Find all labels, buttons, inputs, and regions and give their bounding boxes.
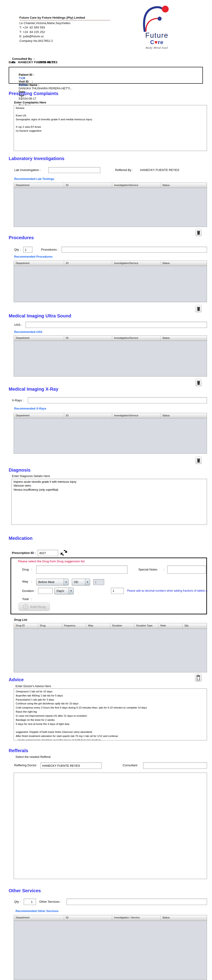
column-header: Department <box>14 183 64 188</box>
procedures-input[interactable] <box>61 247 207 253</box>
consulted-by-label: Consulted By : <box>12 57 35 60</box>
date-row: Date : 2024-06-17 <box>9 60 55 64</box>
company-phone2: T: +24 84 225 252 <box>19 30 117 34</box>
company-address: Le Chainter,Victoria,Mahe,Seychelles <box>19 21 117 25</box>
recommended-procedures-link: Recommended Procedures <box>14 255 53 258</box>
advice-textarea[interactable] <box>14 689 207 740</box>
meal-time-value: Before Meal <box>37 579 64 585</box>
trash-icon <box>197 458 201 463</box>
presenting-complaints-title: Presenting Complaints <box>9 91 58 96</box>
advice-title: Advice <box>9 677 24 682</box>
delete-advice-button[interactable] <box>195 673 202 682</box>
referring-doctor-input[interactable] <box>40 762 102 769</box>
prescription-id-label: Prescription ID : <box>12 551 35 555</box>
xray-table-header: Department ID Investigation/Service Stat… <box>14 413 207 418</box>
chevron-down-icon: ▼ <box>85 579 90 585</box>
refferals-title: Refferals <box>9 748 28 753</box>
advice-subtitle: Enter Doctor's Advice Here <box>16 684 51 688</box>
other-qty-input[interactable] <box>24 899 36 905</box>
consultant-label: Consultant <box>123 764 138 767</box>
refferals-list-box[interactable] <box>14 773 207 879</box>
other-services-table: Department ID Investigation / Service St… <box>14 915 207 980</box>
uss-title: Medical Imaging Ultra Sound <box>9 313 71 318</box>
lab-table-body[interactable] <box>14 188 207 227</box>
refferals-subtitle: Select the needed Refferal <box>16 755 51 759</box>
delete-lab-button[interactable] <box>195 229 202 236</box>
uss-input[interactable] <box>26 322 207 328</box>
drug-entry-panel: Please select the Drug from Drug suggess… <box>11 558 207 614</box>
refresh-prescription-button[interactable] <box>60 549 67 557</box>
duration-type-select[interactable]: Day/s ▼ <box>55 587 74 594</box>
other-table-body[interactable] <box>14 921 207 980</box>
complaints-subtitle: Enter Complaints Here <box>14 101 46 104</box>
column-header: Drug ID <box>14 623 38 629</box>
drug-input[interactable] <box>36 565 127 574</box>
way-qty-input[interactable] <box>93 579 104 585</box>
way-label: Way <box>22 580 28 583</box>
column-header: Department <box>14 261 64 266</box>
complaints-textarea[interactable] <box>14 105 207 151</box>
column-header: Fequency <box>62 623 87 629</box>
column-header: Way <box>86 623 110 629</box>
delete-xray-button[interactable] <box>195 457 202 464</box>
uss-field-label: USS : <box>14 323 22 326</box>
lab-investigation-input[interactable] <box>48 167 100 173</box>
xray-input[interactable] <box>28 397 207 403</box>
lab-table-header: Department ID Investigation/Service Stat… <box>14 183 207 188</box>
chevron-down-icon: ▼ <box>64 579 68 585</box>
duration-input[interactable] <box>38 588 53 594</box>
duration-label: Duration : <box>22 589 35 593</box>
column-header: Investigation/Service <box>112 261 161 266</box>
column-header: ID <box>64 336 112 340</box>
logo-care-c: C <box>150 39 154 45</box>
column-header: Department <box>14 915 64 921</box>
recommended-other-link: Recommended Other Services <box>16 909 59 913</box>
duration-type-value: Day/s <box>55 588 69 594</box>
way-colon: : <box>31 580 32 583</box>
drug-list-table: Drug ID Drug Fequency Way Duration Durat… <box>14 623 207 672</box>
total-label: Total <box>22 597 29 601</box>
plus-icon: + <box>23 604 28 609</box>
procedures-field-label: Procedures : <box>41 248 59 251</box>
column-header: Duration Type <box>135 623 159 629</box>
drug-list-body[interactable] <box>14 629 207 672</box>
add-drug-button[interactable]: + Add Drug <box>18 602 50 611</box>
patient-row-2: Visit ID : 13718 Date : 2024-06-17 <box>14 76 36 104</box>
delete-procedures-button[interactable] <box>195 305 202 312</box>
special-notes-colon: : <box>164 568 164 571</box>
heart-icon: ♥ <box>154 39 158 45</box>
prescription-id-input[interactable] <box>38 550 58 556</box>
other-field-label: Other Services : <box>39 900 61 904</box>
uss-table: Department ID Investigation/Service Stat… <box>14 336 207 377</box>
dose-input[interactable] <box>111 588 124 594</box>
special-notes-input[interactable] <box>167 565 206 574</box>
fraction-helper-text: Please add as decimal numbers when addin… <box>127 589 207 592</box>
company-phone1: T: +24 82 593 593 <box>19 26 117 29</box>
delete-uss-button[interactable] <box>195 379 202 386</box>
column-header: Status <box>161 261 207 266</box>
other-services-input[interactable] <box>67 899 207 905</box>
logo-care-text: C♥re <box>134 39 180 46</box>
chevron-down-icon: ▼ <box>69 588 74 594</box>
procedures-qty-input[interactable] <box>23 247 32 253</box>
diagnosis-textarea[interactable] <box>11 479 207 525</box>
company-name: Future Care by Future Holdings (Pty) Lim… <box>19 16 111 21</box>
trash-icon <box>197 230 201 235</box>
xray-table-body[interactable] <box>14 418 207 453</box>
column-header: Department <box>14 413 64 418</box>
meal-time-select[interactable]: Before Meal ▼ <box>36 579 69 585</box>
procedures-table-body[interactable] <box>14 266 207 302</box>
column-header: Status <box>161 183 207 188</box>
lab-title: Laboratory Investigations <box>9 156 64 161</box>
column-header: Investigation / Service <box>112 915 161 921</box>
column-header: Department <box>14 336 64 340</box>
other-services-title: Other Services <box>9 888 41 893</box>
other-table-header: Department ID Investigation / Service St… <box>14 915 207 921</box>
futurecare-logo-mark <box>140 5 174 32</box>
column-header: ID <box>64 915 112 921</box>
xray-title: Medical Imaging X-Ray <box>9 387 58 392</box>
visit-id-label: Visit ID : <box>19 80 33 83</box>
consultant-input[interactable] <box>143 762 207 769</box>
frequency-select[interactable]: OD ▼ <box>72 579 90 585</box>
uss-table-body[interactable] <box>14 341 207 376</box>
